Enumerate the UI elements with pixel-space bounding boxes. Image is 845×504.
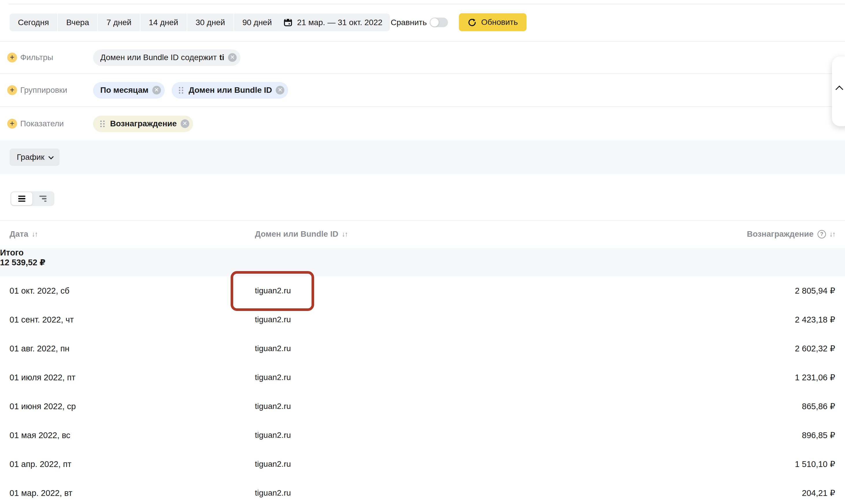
table-row: 01 апр. 2022, пт tiguan2.ru 1 510,10 ₽ <box>0 450 845 479</box>
reward-cell: 2 805,94 ₽ <box>795 276 835 305</box>
reward-cell: 865,86 ₽ <box>802 392 835 421</box>
table-row: 01 авг. 2022, пн tiguan2.ru 2 602,32 ₽ <box>0 334 845 363</box>
table-header: Дата ↓↑ Домен или Bundle ID ↓↑ Вознаграж… <box>0 226 845 243</box>
domain-cell: tiguan2.ru <box>255 276 291 305</box>
date-cell: 01 мая 2022, вс <box>10 421 70 450</box>
reward-cell: 2 423,18 ₽ <box>795 305 835 334</box>
grouping-chip-domain[interactable]: Домен или Bundle ID ✕ <box>172 82 288 98</box>
drag-handle-icon[interactable] <box>179 87 183 94</box>
plus-icon: + <box>10 53 15 62</box>
plus-icon: + <box>10 86 15 94</box>
table-total-row: Итого 12 539,52 ₽ <box>0 248 845 276</box>
preset-7-days[interactable]: 7 дней <box>98 14 140 31</box>
top-divider <box>9 4 845 4</box>
refresh-button[interactable]: Обновить <box>459 13 526 31</box>
statistics-page: Сегодня Вчера 7 дней 14 дней 30 дней 90 … <box>0 0 845 504</box>
filters-row-label: Фильтры <box>20 53 53 62</box>
metrics-row-label: Показатели <box>20 119 64 128</box>
table-row: 01 мар. 2022, вт tiguan2.ru 204,21 ₽ <box>0 479 845 504</box>
date-preset-group: Сегодня Вчера 7 дней 14 дней 30 дней 90 … <box>10 14 280 31</box>
chart-section: График <box>0 141 845 174</box>
close-icon: ✕ <box>278 86 283 93</box>
add-grouping-button[interactable]: + <box>7 85 17 95</box>
chart-dropdown-button[interactable]: График <box>10 148 59 166</box>
drag-handle-icon[interactable] <box>100 121 105 127</box>
question-icon[interactable]: ? <box>817 230 826 238</box>
reward-cell: 204,21 ₽ <box>802 479 835 504</box>
date-cell: 01 июля 2022, пт <box>10 363 75 392</box>
table-row: 01 мая 2022, вс tiguan2.ru 896,85 ₽ <box>0 421 845 450</box>
close-icon: ✕ <box>230 54 235 61</box>
filter-chip-text: Домен или Bundle ID содержит <box>100 53 217 62</box>
groupings-row: + Группировки По месяцам ✕ Домен или Bun… <box>0 74 845 106</box>
close-icon: ✕ <box>182 120 187 127</box>
remove-grouping-button[interactable]: ✕ <box>276 86 284 94</box>
scroll-to-top-button[interactable] <box>832 56 845 126</box>
sort-icon-domain[interactable]: ↓↑ <box>342 230 348 238</box>
close-icon: ✕ <box>154 86 159 93</box>
date-cell: 01 окт. 2022, сб <box>10 276 69 305</box>
domain-cell: tiguan2.ru <box>255 334 291 363</box>
date-cell: 01 июня 2022, ср <box>10 392 76 421</box>
calendar-icon <box>284 18 292 27</box>
add-filter-button[interactable]: + <box>7 53 17 62</box>
domain-cell: tiguan2.ru <box>255 421 291 450</box>
preset-today[interactable]: Сегодня <box>10 14 57 31</box>
date-range-value: 21 мар. — 31 окт. 2022 <box>297 18 382 27</box>
question-glyph: ? <box>820 231 823 237</box>
preset-14-days[interactable]: 14 дней <box>141 14 187 31</box>
preset-90-days[interactable]: 90 дней <box>234 14 280 31</box>
reward-cell: 1 510,10 ₽ <box>795 450 835 479</box>
flat-list-icon <box>18 196 25 202</box>
filter-chip-value: ti <box>219 53 224 62</box>
total-label: Итого <box>0 248 845 257</box>
total-reward-value: 12 539,52 ₽ <box>0 257 845 267</box>
table-row: 01 окт. 2022, сб tiguan2.ru 2 805,94 ₽ <box>0 276 845 305</box>
metric-chip-label: Вознаграждение <box>110 119 177 128</box>
sort-icon-reward[interactable]: ↓↑ <box>829 230 835 238</box>
preset-30-days[interactable]: 30 дней <box>187 14 234 31</box>
grouping-chip-by-month[interactable]: По месяцам ✕ <box>93 82 165 98</box>
remove-metric-button[interactable]: ✕ <box>181 119 189 128</box>
chart-dropdown-label: График <box>17 152 44 162</box>
sort-icon-date[interactable]: ↓↑ <box>32 230 38 238</box>
table-view-switcher <box>11 191 54 206</box>
table-row: 01 июля 2022, пт tiguan2.ru 1 231,06 ₽ <box>0 363 845 392</box>
table-row: 01 июня 2022, ср tiguan2.ru 865,86 ₽ <box>0 392 845 421</box>
compare-label: Сравнить <box>391 14 427 31</box>
table-row: 01 сент. 2022, чт tiguan2.ru 2 423,18 ₽ <box>0 305 845 334</box>
metrics-row: + Показатели Вознаграждение ✕ <box>0 107 845 141</box>
date-cell: 01 апр. 2022, пт <box>10 450 71 479</box>
add-metric-button[interactable]: + <box>7 119 17 129</box>
date-range-picker[interactable]: 21 мар. — 31 окт. 2022 <box>276 14 390 31</box>
filters-row: + Фильтры Домен или Bundle ID содержит t… <box>0 42 845 73</box>
chevron-up-icon <box>835 86 843 93</box>
date-cell: 01 мар. 2022, вт <box>10 479 72 504</box>
refresh-button-label: Обновить <box>481 18 518 27</box>
domain-cell: tiguan2.ru <box>255 392 291 421</box>
grouping-chip-label: По месяцам <box>100 86 148 95</box>
date-cell: 01 сент. 2022, чт <box>10 305 74 334</box>
tree-view-button[interactable] <box>32 192 53 205</box>
preset-yesterday[interactable]: Вчера <box>58 14 97 31</box>
refresh-icon <box>468 18 477 27</box>
column-header-reward: Вознаграждение <box>747 230 813 239</box>
compare-toggle[interactable] <box>430 18 448 27</box>
remove-grouping-button[interactable]: ✕ <box>152 86 161 94</box>
divider <box>0 220 845 221</box>
groupings-row-label: Группировки <box>20 86 67 95</box>
domain-cell: tiguan2.ru <box>255 305 291 334</box>
filter-chip-domain-contains[interactable]: Домен или Bundle ID содержит ti ✕ <box>93 50 240 66</box>
flat-view-button[interactable] <box>11 192 32 205</box>
tree-view-icon <box>39 196 47 202</box>
date-cell: 01 авг. 2022, пн <box>10 334 69 363</box>
domain-cell: tiguan2.ru <box>255 479 291 504</box>
plus-icon: + <box>10 119 15 128</box>
metric-chip-reward[interactable]: Вознаграждение ✕ <box>93 115 193 132</box>
reward-cell: 896,85 ₽ <box>802 421 835 450</box>
remove-filter-button[interactable]: ✕ <box>228 53 237 62</box>
column-header-date: Дата <box>10 230 28 239</box>
domain-cell: tiguan2.ru <box>255 450 291 479</box>
reward-cell: 1 231,06 ₽ <box>795 363 835 392</box>
domain-cell: tiguan2.ru <box>255 363 291 392</box>
